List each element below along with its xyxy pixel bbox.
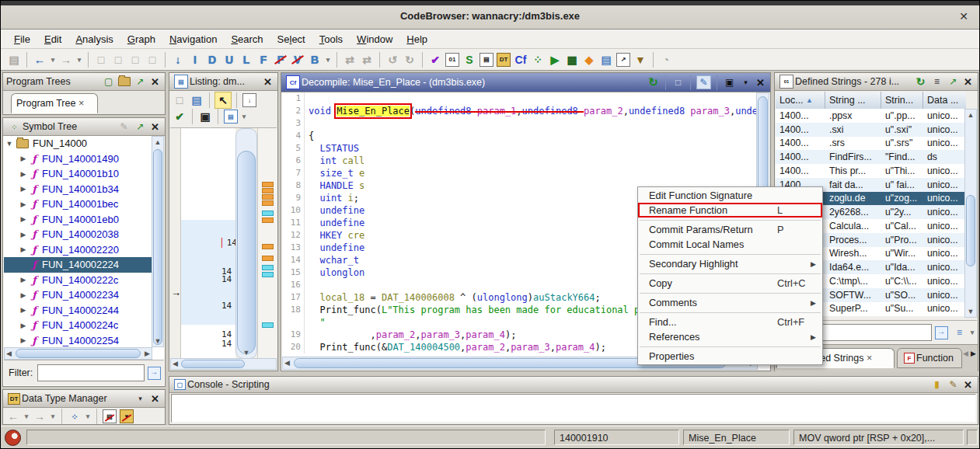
checksum-icon[interactable]: ▼ [633, 52, 648, 68]
change-marker[interactable] [262, 244, 274, 249]
dtm-filter-pointers-icon[interactable]: ▼ [120, 409, 134, 423]
disassemble-icon[interactable]: ↓ [170, 52, 186, 68]
analysis-marker[interactable] [262, 322, 274, 328]
scroll-left-icon[interactable]: ◀ [284, 359, 290, 367]
menu-search[interactable]: Search [224, 32, 270, 47]
tree-item-fun_140001bec[interactable]: ▶ƒFUN_140001bec [4, 197, 152, 212]
analysis-marker[interactable] [262, 211, 274, 216]
symbol-tree-vscrollbar[interactable]: ▲ ▼ [152, 136, 164, 347]
tree-item-fun_140002254[interactable]: ▶ƒFUN_140002254 [4, 333, 152, 348]
tree-item-fun_14000224c[interactable]: ▶ƒFUN_14000224c [4, 318, 152, 333]
change-marker[interactable] [262, 218, 274, 223]
close-panel-icon[interactable]: ✕ [263, 76, 272, 88]
set-byte-icon[interactable]: B [307, 52, 323, 68]
expander-icon[interactable]: ▶ [18, 322, 29, 329]
tree-item-fun_140002244[interactable]: ▶ƒFUN_140002244 [4, 303, 152, 318]
tree-item-fun_140002234[interactable]: ▶ƒFUN_140002234 [4, 287, 152, 303]
back-icon[interactable]: ← [32, 52, 47, 68]
listing-hscrollbar[interactable]: ◀ [170, 358, 277, 370]
script-manager-icon[interactable]: S [462, 52, 477, 68]
expander-icon[interactable]: ▶ [18, 291, 29, 299]
context-menu-item-find[interactable]: Find...Ctrl+F [638, 315, 822, 329]
patch-down-icon[interactable]: □ [127, 52, 143, 68]
context-menu-item-rename-function[interactable]: Rename FunctionL [638, 203, 822, 218]
panel-menu-icon[interactable]: ▾ [134, 392, 147, 405]
context-menu-item-properties[interactable]: Properties [638, 349, 822, 364]
analysis-marker[interactable] [262, 265, 274, 270]
listing-vscrollbar[interactable]: ▼ [235, 128, 257, 359]
byte-viewer-icon[interactable]: ▤ [598, 52, 614, 68]
context-menu-item-copy[interactable]: CopyCtrl+C [638, 276, 822, 291]
string-table-row[interactable]: 1400...This pr...u"Thi...unico... [776, 164, 966, 178]
close-panel-icon[interactable]: ✕ [964, 379, 972, 391]
forward-icon[interactable]: → [58, 52, 74, 68]
symbol-tree-hscrollbar[interactable]: ◀ ▶ [4, 347, 152, 360]
scroll-thumb[interactable] [966, 195, 975, 266]
filter-options-icon[interactable] [148, 367, 161, 380]
refresh-memory-icon[interactable]: ◔ [658, 52, 674, 68]
tree-item-fun_140001490[interactable]: ▶ƒFUN_140001490 [4, 151, 152, 167]
change-marker[interactable] [262, 256, 274, 261]
copy-icon[interactable]: □ [172, 92, 187, 108]
expander-icon[interactable]: ▶ [18, 245, 29, 253]
export-panel-icon[interactable]: ↗ [134, 75, 147, 88]
column-header-string-value[interactable]: String ... [825, 92, 881, 109]
copy-icon[interactable]: □ [671, 76, 685, 89]
expander-icon[interactable]: ▶ [18, 306, 29, 314]
close-panel-icon[interactable]: ✕ [151, 121, 159, 133]
refresh-icon[interactable]: ↻ [647, 76, 660, 89]
dtm-filter-arrays-icon[interactable]: ▤ [103, 409, 117, 423]
redo-icon[interactable]: ↻ [402, 52, 417, 68]
scroll-left-icon[interactable]: ◀ [6, 350, 12, 357]
expander-icon[interactable]: ▶ [18, 155, 29, 162]
field-format-icon[interactable]: ▤ [224, 110, 238, 124]
column-header-location[interactable]: Loc... ▲ [776, 92, 825, 109]
scroll-lock-icon[interactable]: ▮ [930, 378, 943, 391]
ghidra-logo-icon[interactable] [5, 430, 21, 446]
code-line[interactable]: 5 LSTATUS [282, 142, 758, 155]
menu-graph[interactable]: Graph [120, 32, 162, 47]
undo-icon[interactable]: ↺ [385, 52, 400, 68]
console-output[interactable] [171, 394, 976, 423]
expander-icon[interactable]: ▶ [18, 276, 29, 284]
export-program-icon[interactable]: ↗ [616, 53, 630, 67]
tree-item-fun_140002220[interactable]: ▶ƒFUN_140002220 [4, 242, 152, 258]
tree-item-fun_140002224[interactable]: ƒFUN_140002224 [4, 257, 152, 273]
change-marker[interactable] [262, 194, 274, 200]
delete-variable-icon[interactable]: V [290, 52, 305, 68]
column-header-string-rep[interactable]: Strin... [881, 92, 923, 109]
scroll-thumb[interactable] [153, 149, 162, 345]
expander-icon[interactable]: ▶ [18, 231, 29, 238]
delete-function-icon[interactable]: F [273, 52, 288, 68]
set-data-icon[interactable]: D [204, 52, 220, 68]
open-tree-folder-icon[interactable] [118, 77, 131, 86]
scroll-left-icon[interactable]: ◀ [173, 360, 178, 367]
column-header-data-type[interactable]: Data ... [923, 92, 961, 109]
menu-file[interactable]: File [7, 32, 37, 47]
add-label-icon[interactable]: L [239, 52, 254, 68]
expander-icon[interactable]: ▶ [18, 185, 29, 193]
string-table-row[interactable]: 1400....srsu".srs"unico... [776, 137, 966, 151]
code-line[interactable]: 7 size_t e [282, 167, 758, 179]
paste-icon[interactable]: ▤ [189, 92, 204, 108]
string-table-row[interactable]: 1400....sxiu".sxi"unico... [776, 123, 966, 137]
expander-icon[interactable]: ▶ [18, 200, 29, 208]
change-marker[interactable] [262, 182, 274, 187]
scroll-down-icon[interactable]: ▼ [965, 308, 976, 315]
tree-item-fun_140002038[interactable]: ▶ƒFUN_140002038 [4, 227, 152, 242]
code-line[interactable]: 1 [282, 92, 758, 105]
code-line[interactable]: 6 int call [282, 155, 758, 167]
function-graph-icon[interactable]: ⁘ [530, 52, 546, 68]
menu-tools[interactable]: Tools [312, 32, 350, 47]
window-close-icon[interactable]: ✕ [959, 10, 968, 23]
refresh-icon[interactable]: ↻ [914, 75, 927, 88]
snapshot-icon[interactable]: ▣ [197, 109, 213, 124]
tree-root-row[interactable]: ▼FUN_14000 [4, 136, 152, 151]
context-menu-item-commit-params-return[interactable]: Commit Params/ReturnP [638, 222, 822, 237]
edit-symbol-icon[interactable]: ✎ [117, 120, 131, 133]
in-function-icon[interactable]: ⇄ [342, 52, 357, 68]
tree-item-fun_140001eb0[interactable]: ▶ƒFUN_140001eb0 [4, 212, 152, 228]
save-icon[interactable]: ▤ [6, 52, 22, 68]
diamond-icon[interactable]: ◆ [581, 52, 597, 68]
expander-icon[interactable]: ▶ [18, 215, 29, 223]
